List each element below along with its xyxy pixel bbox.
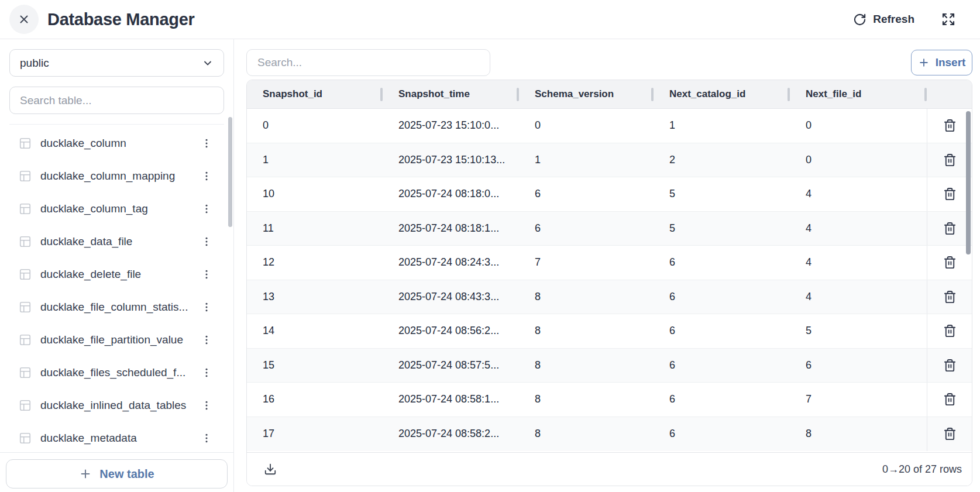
cell-snapshot-time: 2025-07-24 08:18:0... <box>383 177 519 211</box>
cell-snapshot-time: 2025-07-24 08:58:1... <box>383 383 519 417</box>
main-panel: Insert Snapshot_idSnapshot_timeSchema_ve… <box>234 39 980 492</box>
top-bar: Database Manager Refresh <box>0 0 980 39</box>
close-icon <box>18 13 30 26</box>
kebab-menu-icon[interactable] <box>198 233 215 250</box>
delete-row-button[interactable] <box>941 116 959 135</box>
cell-snapshot-time: 2025-07-24 08:58:2... <box>383 417 519 452</box>
delete-cell <box>927 143 972 177</box>
sidebar-table-item[interactable]: ducklake_file_column_statis... <box>9 291 224 324</box>
cell-schema-version: 8 <box>519 417 654 452</box>
delete-row-button[interactable] <box>941 356 959 374</box>
delete-cell <box>927 109 972 143</box>
cell-snapshot-time: 2025-07-23 15:10:13... <box>383 143 519 177</box>
kebab-menu-icon[interactable] <box>198 168 215 184</box>
sidebar-table-item[interactable]: ducklake_column <box>9 127 224 160</box>
table-icon <box>19 235 32 248</box>
insert-button[interactable]: Insert <box>911 50 972 75</box>
cell-snapshot-id: 0 <box>247 109 383 143</box>
kebab-menu-icon[interactable] <box>198 430 215 446</box>
table-row: 1 2025-07-23 15:10:13... 1 2 0 <box>247 143 972 178</box>
table-row: 14 2025-07-24 08:56:2... 8 6 5 <box>247 314 972 349</box>
table-row: 15 2025-07-24 08:57:5... 8 6 6 <box>247 349 972 383</box>
refresh-button[interactable]: Refresh <box>853 13 914 26</box>
delete-row-button[interactable] <box>941 253 959 271</box>
delete-row-button[interactable] <box>941 219 959 238</box>
table-row: 11 2025-07-24 08:18:1... 6 5 4 <box>247 212 972 246</box>
table-icon <box>19 202 32 215</box>
sidebar-table-item[interactable]: ducklake_column_tag <box>9 192 224 225</box>
schema-select[interactable]: public <box>9 49 224 77</box>
new-table-label: New table <box>99 467 154 481</box>
download-icon <box>264 463 277 476</box>
column-header[interactable]: Snapshot_id <box>247 80 383 108</box>
table-icon <box>19 301 32 314</box>
delete-row-button[interactable] <box>941 151 959 169</box>
cell-snapshot-id: 15 <box>247 349 383 383</box>
new-table-button[interactable]: New table <box>6 459 228 488</box>
delete-cell <box>927 246 972 280</box>
cell-next-catalog-id: 5 <box>654 212 790 246</box>
sidebar-table-label: ducklake_delete_file <box>40 268 198 281</box>
download-button[interactable] <box>264 463 277 476</box>
sidebar-table-item[interactable]: ducklake_data_file <box>9 225 224 258</box>
delete-row-button[interactable] <box>941 322 959 340</box>
delete-row-button[interactable] <box>941 185 959 203</box>
sidebar-table-label: ducklake_inlined_data_tables <box>40 399 198 412</box>
delete-row-button[interactable] <box>941 425 959 443</box>
table-search-input[interactable] <box>9 87 224 114</box>
cell-next-file-id: 8 <box>790 417 927 452</box>
table-row: 0 2025-07-23 15:10:0... 0 1 0 <box>247 109 972 143</box>
cell-next-catalog-id: 5 <box>654 177 790 211</box>
search-input[interactable] <box>246 49 490 76</box>
kebab-menu-icon[interactable] <box>198 397 215 414</box>
cell-snapshot-time: 2025-07-23 15:10:0... <box>383 109 519 143</box>
table-list: ducklake_column ducklake_column_mapping … <box>9 124 224 455</box>
column-header[interactable]: Schema_version <box>519 80 654 108</box>
cell-snapshot-time: 2025-07-24 08:43:3... <box>383 280 519 314</box>
sidebar-scrollbar[interactable] <box>228 117 232 227</box>
cell-schema-version: 8 <box>519 314 654 348</box>
kebab-menu-icon[interactable] <box>198 201 215 217</box>
sidebar-table-item[interactable]: ducklake_file_partition_value <box>9 324 224 356</box>
table-icon <box>19 432 32 445</box>
grid-header-row: Snapshot_idSnapshot_timeSchema_versionNe… <box>247 80 972 109</box>
cell-next-file-id: 4 <box>790 177 927 211</box>
kebab-menu-icon[interactable] <box>198 364 215 381</box>
grid-scrollbar[interactable] <box>966 111 971 254</box>
sidebar-table-item[interactable]: ducklake_delete_file <box>9 258 224 291</box>
cell-snapshot-id: 10 <box>247 177 383 211</box>
delete-row-button[interactable] <box>941 390 959 408</box>
plus-icon <box>918 57 930 68</box>
column-header[interactable]: Next_catalog_id <box>654 80 790 108</box>
fullscreen-button[interactable] <box>941 12 955 26</box>
cell-schema-version: 6 <box>519 177 654 211</box>
close-button[interactable] <box>9 5 39 34</box>
cell-next-catalog-id: 2 <box>654 143 790 177</box>
cell-schema-version: 8 <box>519 280 654 314</box>
column-header[interactable]: Next_file_id <box>790 80 927 108</box>
sidebar-table-item[interactable]: ducklake_column_mapping <box>9 160 224 192</box>
cell-schema-version: 6 <box>519 212 654 246</box>
cell-next-file-id: 7 <box>790 383 927 417</box>
table-icon <box>19 399 32 412</box>
cell-schema-version: 0 <box>519 109 654 143</box>
sidebar-table-item[interactable]: ducklake_files_scheduled_f... <box>9 356 224 389</box>
sidebar-table-label: ducklake_data_file <box>40 235 198 248</box>
sidebar-table-item[interactable]: ducklake_inlined_data_tables <box>9 389 224 422</box>
column-header[interactable]: Snapshot_time <box>383 80 519 108</box>
cell-next-catalog-id: 6 <box>654 246 790 280</box>
kebab-menu-icon[interactable] <box>198 266 215 283</box>
kebab-menu-icon[interactable] <box>198 332 215 348</box>
cell-next-catalog-id: 6 <box>654 417 790 452</box>
cell-schema-version: 8 <box>519 349 654 383</box>
table-icon <box>19 137 32 150</box>
table-row: 17 2025-07-24 08:58:2... 8 6 8 <box>247 417 972 452</box>
cell-next-file-id: 4 <box>790 212 927 246</box>
column-header-actions <box>927 80 972 108</box>
delete-cell <box>927 383 972 417</box>
table-icon <box>19 333 32 346</box>
delete-row-button[interactable] <box>941 288 959 306</box>
kebab-menu-icon[interactable] <box>198 135 215 152</box>
kebab-menu-icon[interactable] <box>198 299 215 315</box>
sidebar-table-item[interactable]: ducklake_metadata <box>9 422 224 455</box>
